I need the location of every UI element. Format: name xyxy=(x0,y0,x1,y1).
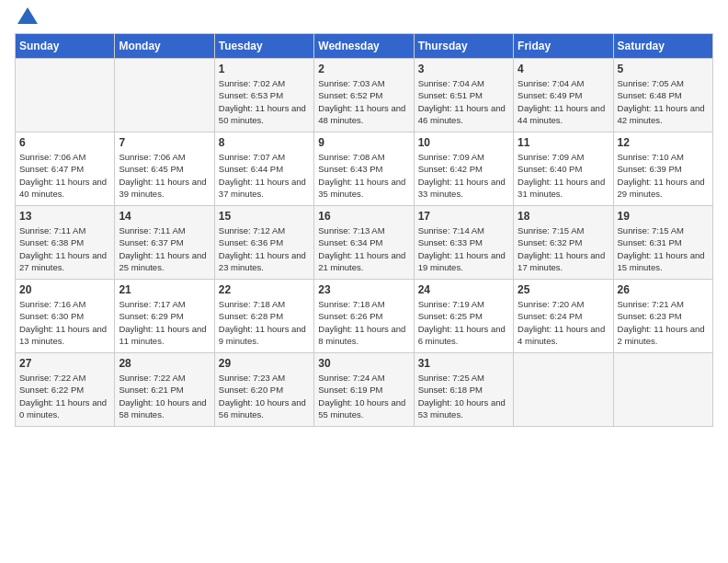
calendar-cell: 26Sunrise: 7:21 AM Sunset: 6:23 PM Dayli… xyxy=(613,280,712,353)
day-number: 15 xyxy=(219,210,310,223)
day-number: 3 xyxy=(418,63,509,75)
day-info: Sunrise: 7:11 AM Sunset: 6:37 PM Dayligh… xyxy=(119,224,210,273)
day-number: 25 xyxy=(518,283,609,296)
calendar-cell xyxy=(514,353,613,427)
day-number: 23 xyxy=(318,283,409,296)
day-number: 9 xyxy=(318,136,409,149)
logo xyxy=(15,15,38,24)
day-info: Sunrise: 7:09 AM Sunset: 6:42 PM Dayligh… xyxy=(418,151,509,200)
day-number: 14 xyxy=(119,210,210,223)
day-number: 28 xyxy=(119,357,210,370)
calendar-cell xyxy=(115,59,214,132)
header-day-saturday: Saturday xyxy=(613,34,712,59)
day-info: Sunrise: 7:13 AM Sunset: 6:34 PM Dayligh… xyxy=(318,224,409,273)
day-info: Sunrise: 7:19 AM Sunset: 6:25 PM Dayligh… xyxy=(418,298,509,347)
header-day-sunday: Sunday xyxy=(16,34,115,59)
day-info: Sunrise: 7:12 AM Sunset: 6:36 PM Dayligh… xyxy=(219,224,310,273)
day-info: Sunrise: 7:22 AM Sunset: 6:22 PM Dayligh… xyxy=(19,372,110,420)
week-row-1: 1Sunrise: 7:02 AM Sunset: 6:53 PM Daylig… xyxy=(16,59,713,132)
day-number: 31 xyxy=(418,357,509,370)
calendar-cell: 7Sunrise: 7:06 AM Sunset: 6:45 PM Daylig… xyxy=(115,132,214,206)
day-info: Sunrise: 7:08 AM Sunset: 6:43 PM Dayligh… xyxy=(318,151,409,200)
day-number: 22 xyxy=(219,283,310,296)
calendar-cell: 17Sunrise: 7:14 AM Sunset: 6:33 PM Dayli… xyxy=(414,206,513,280)
day-info: Sunrise: 7:03 AM Sunset: 6:52 PM Dayligh… xyxy=(318,77,409,126)
day-number: 11 xyxy=(518,136,609,149)
day-number: 17 xyxy=(418,210,509,223)
day-number: 13 xyxy=(19,210,110,223)
calendar-cell: 3Sunrise: 7:04 AM Sunset: 6:51 PM Daylig… xyxy=(414,59,513,132)
day-number: 2 xyxy=(318,63,409,75)
day-info: Sunrise: 7:15 AM Sunset: 6:31 PM Dayligh… xyxy=(618,224,709,273)
day-info: Sunrise: 7:15 AM Sunset: 6:32 PM Dayligh… xyxy=(518,224,609,273)
day-info: Sunrise: 7:07 AM Sunset: 6:44 PM Dayligh… xyxy=(219,151,310,200)
day-number: 26 xyxy=(618,283,709,296)
calendar-cell: 11Sunrise: 7:09 AM Sunset: 6:40 PM Dayli… xyxy=(514,132,613,206)
day-number: 7 xyxy=(119,136,210,149)
header-day-monday: Monday xyxy=(115,34,214,59)
header-day-tuesday: Tuesday xyxy=(214,34,313,59)
day-number: 21 xyxy=(119,283,210,296)
calendar-cell: 22Sunrise: 7:18 AM Sunset: 6:28 PM Dayli… xyxy=(214,280,313,353)
day-info: Sunrise: 7:11 AM Sunset: 6:38 PM Dayligh… xyxy=(19,224,110,273)
calendar-cell: 5Sunrise: 7:05 AM Sunset: 6:48 PM Daylig… xyxy=(613,59,712,132)
calendar-cell: 4Sunrise: 7:04 AM Sunset: 6:49 PM Daylig… xyxy=(514,59,613,132)
day-number: 20 xyxy=(19,283,110,296)
calendar-cell xyxy=(613,353,712,427)
day-info: Sunrise: 7:06 AM Sunset: 6:45 PM Dayligh… xyxy=(119,151,210,200)
header-day-thursday: Thursday xyxy=(414,34,513,59)
day-info: Sunrise: 7:22 AM Sunset: 6:21 PM Dayligh… xyxy=(119,372,210,420)
calendar-cell: 25Sunrise: 7:20 AM Sunset: 6:24 PM Dayli… xyxy=(514,280,613,353)
calendar-cell: 6Sunrise: 7:06 AM Sunset: 6:47 PM Daylig… xyxy=(16,132,115,206)
calendar-cell: 20Sunrise: 7:16 AM Sunset: 6:30 PM Dayli… xyxy=(16,280,115,353)
calendar-cell xyxy=(16,59,115,132)
day-number: 12 xyxy=(618,136,709,149)
day-info: Sunrise: 7:16 AM Sunset: 6:30 PM Dayligh… xyxy=(19,298,110,347)
calendar-cell: 27Sunrise: 7:22 AM Sunset: 6:22 PM Dayli… xyxy=(16,353,115,427)
week-row-4: 20Sunrise: 7:16 AM Sunset: 6:30 PM Dayli… xyxy=(16,280,713,353)
calendar-cell: 16Sunrise: 7:13 AM Sunset: 6:34 PM Dayli… xyxy=(314,206,414,280)
day-info: Sunrise: 7:17 AM Sunset: 6:29 PM Dayligh… xyxy=(119,298,210,347)
day-number: 6 xyxy=(19,136,110,149)
calendar-table: SundayMondayTuesdayWednesdayThursdayFrid… xyxy=(15,33,713,427)
calendar-cell: 12Sunrise: 7:10 AM Sunset: 6:39 PM Dayli… xyxy=(613,132,712,206)
calendar-cell: 24Sunrise: 7:19 AM Sunset: 6:25 PM Dayli… xyxy=(414,280,513,353)
page-header xyxy=(15,15,713,24)
day-number: 29 xyxy=(219,357,310,370)
calendar-cell: 1Sunrise: 7:02 AM Sunset: 6:53 PM Daylig… xyxy=(214,59,313,132)
day-number: 18 xyxy=(518,210,609,223)
calendar-cell: 10Sunrise: 7:09 AM Sunset: 6:42 PM Dayli… xyxy=(414,132,513,206)
svg-marker-0 xyxy=(17,7,38,24)
calendar-cell: 9Sunrise: 7:08 AM Sunset: 6:43 PM Daylig… xyxy=(314,132,414,206)
day-info: Sunrise: 7:21 AM Sunset: 6:23 PM Dayligh… xyxy=(618,298,709,347)
week-row-3: 13Sunrise: 7:11 AM Sunset: 6:38 PM Dayli… xyxy=(16,206,713,280)
calendar-cell: 15Sunrise: 7:12 AM Sunset: 6:36 PM Dayli… xyxy=(214,206,313,280)
day-number: 8 xyxy=(219,136,310,149)
header-day-friday: Friday xyxy=(514,34,613,59)
calendar-body: 1Sunrise: 7:02 AM Sunset: 6:53 PM Daylig… xyxy=(16,59,713,427)
week-row-2: 6Sunrise: 7:06 AM Sunset: 6:47 PM Daylig… xyxy=(16,132,713,206)
calendar-cell: 30Sunrise: 7:24 AM Sunset: 6:19 PM Dayli… xyxy=(314,353,414,427)
calendar-cell: 13Sunrise: 7:11 AM Sunset: 6:38 PM Dayli… xyxy=(16,206,115,280)
day-number: 5 xyxy=(618,63,709,75)
day-number: 1 xyxy=(219,63,310,75)
day-info: Sunrise: 7:04 AM Sunset: 6:51 PM Dayligh… xyxy=(418,77,509,126)
day-info: Sunrise: 7:02 AM Sunset: 6:53 PM Dayligh… xyxy=(219,77,310,126)
day-info: Sunrise: 7:09 AM Sunset: 6:40 PM Dayligh… xyxy=(518,151,609,200)
day-number: 4 xyxy=(518,63,609,75)
day-info: Sunrise: 7:24 AM Sunset: 6:19 PM Dayligh… xyxy=(318,372,409,420)
calendar-cell: 18Sunrise: 7:15 AM Sunset: 6:32 PM Dayli… xyxy=(514,206,613,280)
calendar-cell: 31Sunrise: 7:25 AM Sunset: 6:18 PM Dayli… xyxy=(414,353,513,427)
day-info: Sunrise: 7:10 AM Sunset: 6:39 PM Dayligh… xyxy=(618,151,709,200)
day-info: Sunrise: 7:06 AM Sunset: 6:47 PM Dayligh… xyxy=(19,151,110,200)
day-info: Sunrise: 7:23 AM Sunset: 6:20 PM Dayligh… xyxy=(219,372,310,420)
calendar-cell: 29Sunrise: 7:23 AM Sunset: 6:20 PM Dayli… xyxy=(214,353,313,427)
calendar-cell: 23Sunrise: 7:18 AM Sunset: 6:26 PM Dayli… xyxy=(314,280,414,353)
calendar-cell: 21Sunrise: 7:17 AM Sunset: 6:29 PM Dayli… xyxy=(115,280,214,353)
header-day-wednesday: Wednesday xyxy=(314,34,414,59)
day-number: 30 xyxy=(318,357,409,370)
day-number: 19 xyxy=(618,210,709,223)
day-info: Sunrise: 7:05 AM Sunset: 6:48 PM Dayligh… xyxy=(618,77,709,126)
header-row: SundayMondayTuesdayWednesdayThursdayFrid… xyxy=(16,34,713,59)
week-row-5: 27Sunrise: 7:22 AM Sunset: 6:22 PM Dayli… xyxy=(16,353,713,427)
